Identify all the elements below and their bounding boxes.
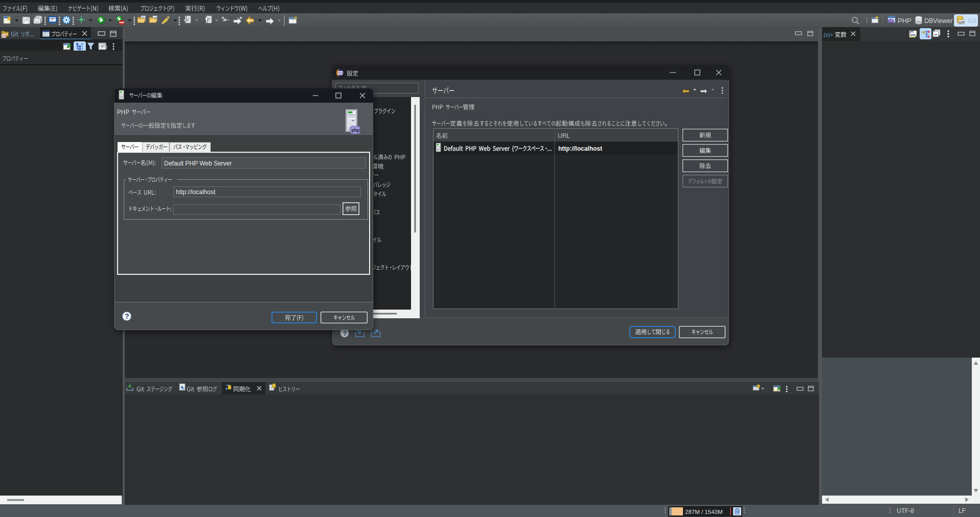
- svg-text:GIT: GIT: [959, 21, 964, 24]
- svg-text:<?: <?: [890, 19, 893, 22]
- svg-text:LF: LF: [959, 507, 966, 514]
- svg-text:URL: URL: [558, 132, 570, 139]
- svg-text:http://localhost: http://localhost: [176, 189, 216, 196]
- svg-text:Default PHP Web Server: Default PHP Web Server: [164, 160, 232, 167]
- svg-text:php: php: [352, 128, 360, 133]
- svg-text:PHP: PHP: [898, 17, 911, 25]
- svg-text:DBViewer: DBViewer: [924, 17, 952, 25]
- svg-text:http://localhost: http://localhost: [558, 145, 602, 152]
- svg-text:?: ?: [125, 312, 129, 320]
- svg-text:287M / 1543M: 287M / 1543M: [685, 509, 723, 515]
- svg-text:(x)=: (x)=: [824, 32, 833, 38]
- svg-text:?: ?: [343, 330, 347, 337]
- svg-text:GIT: GIT: [2, 35, 7, 38]
- svg-text:UTF-8: UTF-8: [897, 507, 914, 514]
- svg-text:Git: Git: [968, 17, 976, 25]
